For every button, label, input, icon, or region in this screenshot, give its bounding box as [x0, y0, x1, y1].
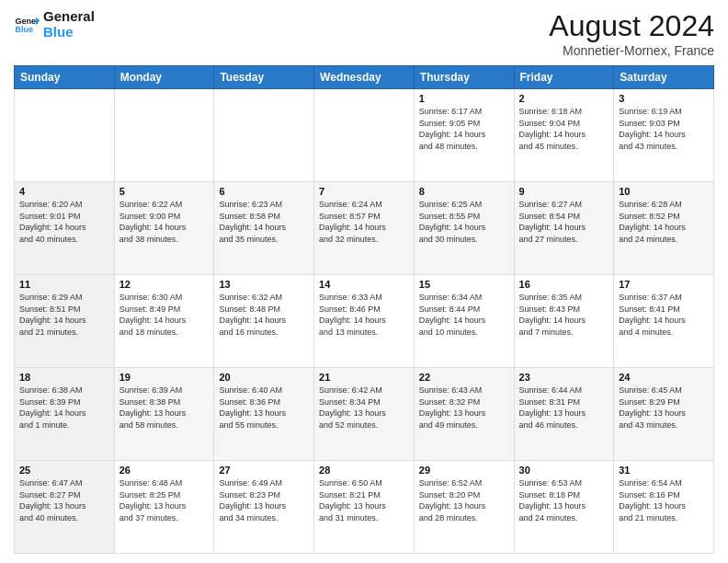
page: General Blue General Blue August 2024 Mo… [0, 0, 728, 563]
table-row: 16Sunrise: 6:35 AM Sunset: 8:43 PM Dayli… [514, 275, 614, 368]
table-row: 27Sunrise: 6:49 AM Sunset: 8:23 PM Dayli… [214, 461, 314, 554]
day-info: Sunrise: 6:28 AM Sunset: 8:52 PM Dayligh… [619, 199, 709, 245]
header: General Blue General Blue August 2024 Mo… [14, 9, 714, 58]
day-number: 23 [519, 372, 609, 383]
title-month: August 2024 [549, 9, 714, 43]
table-row: 13Sunrise: 6:32 AM Sunset: 8:48 PM Dayli… [214, 275, 314, 368]
day-info: Sunrise: 6:18 AM Sunset: 9:04 PM Dayligh… [519, 106, 609, 152]
table-row [314, 89, 415, 182]
header-row: Sunday Monday Tuesday Wednesday Thursday… [15, 66, 714, 89]
day-number: 15 [419, 279, 509, 290]
table-row: 10Sunrise: 6:28 AM Sunset: 8:52 PM Dayli… [614, 182, 714, 275]
table-row: 8Sunrise: 6:25 AM Sunset: 8:55 PM Daylig… [414, 182, 514, 275]
col-monday: Monday [114, 66, 214, 89]
day-number: 29 [419, 465, 509, 476]
logo-blue: Blue [43, 25, 95, 40]
table-row: 6Sunrise: 6:23 AM Sunset: 8:58 PM Daylig… [214, 182, 314, 275]
table-row [214, 89, 314, 182]
logo-icon: General Blue [14, 12, 40, 38]
table-row: 17Sunrise: 6:37 AM Sunset: 8:41 PM Dayli… [614, 275, 714, 368]
week-row-4: 25Sunrise: 6:47 AM Sunset: 8:27 PM Dayli… [15, 461, 714, 554]
table-row: 26Sunrise: 6:48 AM Sunset: 8:25 PM Dayli… [114, 461, 214, 554]
day-info: Sunrise: 6:38 AM Sunset: 8:39 PM Dayligh… [19, 385, 109, 431]
logo: General Blue General Blue [14, 9, 95, 40]
day-number: 21 [319, 372, 409, 383]
day-number: 28 [319, 465, 409, 476]
day-info: Sunrise: 6:52 AM Sunset: 8:20 PM Dayligh… [419, 477, 509, 523]
day-info: Sunrise: 6:33 AM Sunset: 8:46 PM Dayligh… [319, 292, 409, 338]
day-number: 8 [419, 186, 509, 197]
title-block: August 2024 Monnetier-Mornex, France [549, 9, 714, 58]
day-number: 27 [219, 465, 309, 476]
day-number: 17 [619, 279, 709, 290]
day-number: 6 [219, 186, 309, 197]
day-number: 10 [619, 186, 709, 197]
table-row: 3Sunrise: 6:19 AM Sunset: 9:03 PM Daylig… [614, 89, 714, 182]
day-number: 22 [419, 372, 509, 383]
day-number: 18 [19, 372, 109, 383]
day-number: 2 [519, 93, 609, 104]
day-number: 9 [519, 186, 609, 197]
table-row [15, 89, 115, 182]
table-row: 21Sunrise: 6:42 AM Sunset: 8:34 PM Dayli… [314, 368, 415, 461]
col-wednesday: Wednesday [314, 66, 415, 89]
day-number: 31 [619, 465, 709, 476]
day-number: 3 [619, 93, 709, 104]
day-info: Sunrise: 6:37 AM Sunset: 8:41 PM Dayligh… [619, 292, 709, 338]
table-row: 4Sunrise: 6:20 AM Sunset: 9:01 PM Daylig… [15, 182, 115, 275]
day-number: 30 [519, 465, 609, 476]
day-info: Sunrise: 6:29 AM Sunset: 8:51 PM Dayligh… [19, 292, 109, 338]
day-number: 14 [319, 279, 409, 290]
col-friday: Friday [514, 66, 614, 89]
table-row: 1Sunrise: 6:17 AM Sunset: 9:05 PM Daylig… [414, 89, 514, 182]
day-info: Sunrise: 6:39 AM Sunset: 8:38 PM Dayligh… [119, 385, 210, 431]
col-thursday: Thursday [414, 66, 514, 89]
table-row: 2Sunrise: 6:18 AM Sunset: 9:04 PM Daylig… [514, 89, 614, 182]
day-info: Sunrise: 6:17 AM Sunset: 9:05 PM Dayligh… [419, 106, 509, 152]
day-info: Sunrise: 6:35 AM Sunset: 8:43 PM Dayligh… [519, 292, 609, 338]
day-number: 11 [19, 279, 109, 290]
day-number: 16 [519, 279, 609, 290]
table-row: 14Sunrise: 6:33 AM Sunset: 8:46 PM Dayli… [314, 275, 415, 368]
table-row: 11Sunrise: 6:29 AM Sunset: 8:51 PM Dayli… [15, 275, 115, 368]
col-sunday: Sunday [15, 66, 115, 89]
table-row: 29Sunrise: 6:52 AM Sunset: 8:20 PM Dayli… [414, 461, 514, 554]
day-info: Sunrise: 6:50 AM Sunset: 8:21 PM Dayligh… [319, 477, 409, 523]
day-number: 4 [19, 186, 109, 197]
day-number: 7 [319, 186, 409, 197]
day-info: Sunrise: 6:27 AM Sunset: 8:54 PM Dayligh… [519, 199, 609, 245]
table-row: 24Sunrise: 6:45 AM Sunset: 8:29 PM Dayli… [614, 368, 714, 461]
table-row [114, 89, 214, 182]
day-info: Sunrise: 6:45 AM Sunset: 8:29 PM Dayligh… [619, 385, 709, 431]
col-saturday: Saturday [614, 66, 714, 89]
table-row: 22Sunrise: 6:43 AM Sunset: 8:32 PM Dayli… [414, 368, 514, 461]
table-row: 9Sunrise: 6:27 AM Sunset: 8:54 PM Daylig… [514, 182, 614, 275]
table-row: 12Sunrise: 6:30 AM Sunset: 8:49 PM Dayli… [114, 275, 214, 368]
title-location: Monnetier-Mornex, France [549, 43, 714, 58]
table-row: 18Sunrise: 6:38 AM Sunset: 8:39 PM Dayli… [15, 368, 115, 461]
table-row: 7Sunrise: 6:24 AM Sunset: 8:57 PM Daylig… [314, 182, 415, 275]
week-row-2: 11Sunrise: 6:29 AM Sunset: 8:51 PM Dayli… [15, 275, 714, 368]
logo-general: General [43, 9, 95, 25]
calendar: Sunday Monday Tuesday Wednesday Thursday… [14, 65, 714, 554]
day-number: 5 [119, 186, 210, 197]
day-number: 24 [619, 372, 709, 383]
table-row: 20Sunrise: 6:40 AM Sunset: 8:36 PM Dayli… [214, 368, 314, 461]
day-info: Sunrise: 6:23 AM Sunset: 8:58 PM Dayligh… [219, 199, 309, 245]
day-number: 20 [219, 372, 309, 383]
day-info: Sunrise: 6:43 AM Sunset: 8:32 PM Dayligh… [419, 385, 509, 431]
day-info: Sunrise: 6:49 AM Sunset: 8:23 PM Dayligh… [219, 477, 309, 523]
svg-text:Blue: Blue [15, 25, 33, 34]
table-row: 30Sunrise: 6:53 AM Sunset: 8:18 PM Dayli… [514, 461, 614, 554]
day-info: Sunrise: 6:30 AM Sunset: 8:49 PM Dayligh… [119, 292, 210, 338]
day-info: Sunrise: 6:32 AM Sunset: 8:48 PM Dayligh… [219, 292, 309, 338]
table-row: 31Sunrise: 6:54 AM Sunset: 8:16 PM Dayli… [614, 461, 714, 554]
day-number: 12 [119, 279, 210, 290]
day-number: 19 [119, 372, 210, 383]
day-info: Sunrise: 6:42 AM Sunset: 8:34 PM Dayligh… [319, 385, 409, 431]
day-info: Sunrise: 6:22 AM Sunset: 9:00 PM Dayligh… [119, 199, 210, 245]
day-info: Sunrise: 6:48 AM Sunset: 8:25 PM Dayligh… [119, 477, 210, 523]
day-number: 1 [419, 93, 509, 104]
table-row: 23Sunrise: 6:44 AM Sunset: 8:31 PM Dayli… [514, 368, 614, 461]
table-row: 19Sunrise: 6:39 AM Sunset: 8:38 PM Dayli… [114, 368, 214, 461]
